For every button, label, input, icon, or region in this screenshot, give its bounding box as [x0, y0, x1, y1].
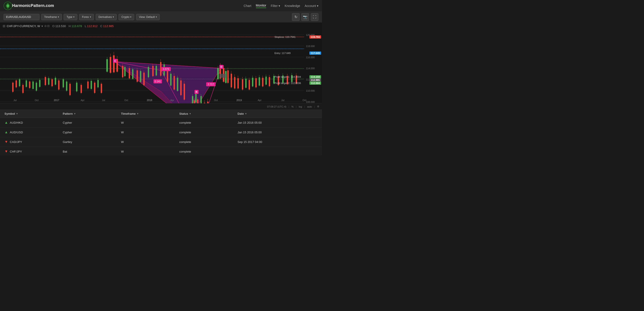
time-2018: 2018 — [147, 99, 152, 102]
header: HarmonicPattern.com Chart Monitor Filter… — [0, 0, 322, 12]
time-apr-2017: Apr — [81, 99, 84, 102]
col-pattern[interactable]: Pattern ▼ — [58, 112, 116, 116]
svg-rect-201 — [220, 74, 226, 78]
nav-account[interactable]: Account ▾ — [305, 4, 318, 8]
site-title: HarmonicPattern.com — [12, 3, 244, 8]
stoploss-annotation: Stoploss: 119.7941 119.794 — [273, 35, 322, 39]
time-axis: Jul Oct 2017 Apr Jul Oct 2018 Apr Jul Oc… — [0, 99, 304, 103]
pt2-annotation: Profit target 2: 112.0036 112.004 — [273, 81, 322, 85]
nav-filter[interactable]: Filter ▾ — [271, 4, 280, 8]
stoploss-badge: 119.794 — [310, 36, 321, 38]
cell-pattern-0: Cypher — [58, 121, 116, 124]
pt2-label: Profit target 2: 112.0036 — [274, 82, 301, 84]
nav-knowledge[interactable]: Knowledge — [284, 4, 300, 8]
cell-symbol-0: ▲ AUD/HKD — [0, 120, 58, 124]
cell-symbol-3: ▼ CHF/JPY — [0, 150, 58, 154]
cell-symbol-2: ▼ CAD/JPY — [0, 140, 58, 144]
svg-text:X: X — [114, 60, 116, 62]
symbol-input[interactable] — [4, 14, 40, 20]
col-date[interactable]: Date ▼ — [233, 112, 322, 116]
svg-text:0.879: 0.879 — [163, 68, 169, 70]
time-jul-2017: Jul — [102, 99, 105, 102]
forex-button[interactable]: Forex▾ — [79, 14, 94, 20]
fullscreen-button[interactable]: ⛶ — [311, 13, 318, 21]
svg-text:108.000: 108.000 — [306, 100, 315, 103]
close-badge: 112.985 — [310, 78, 321, 82]
cell-timeframe-3: W — [116, 150, 175, 153]
annotation-panel: Stoploss: 119.7941 119.794 Entry: 117.64… — [273, 35, 322, 85]
chart-time: 07:08:27 (UTC-4) — [267, 105, 286, 108]
pt1-badge: 114.159 — [310, 75, 321, 78]
col-status[interactable]: Status ▼ — [175, 112, 233, 116]
view-button[interactable]: View: Default▾ — [136, 14, 160, 20]
time-2019: 2019 — [236, 99, 242, 102]
svg-text:2.717: 2.717 — [208, 83, 214, 86]
svg-text:B: B — [196, 90, 198, 93]
cell-symbol-1: ▲ AUD/USD — [0, 130, 58, 134]
chart-symbol-text: CHF/JPY-CURRENCY, W — [7, 24, 40, 28]
cell-date-1: Jan 15 2016 05:00 — [233, 131, 322, 134]
time-apr-2019: Apr — [258, 99, 262, 102]
table-header: Symbol ▼ Pattern ▼ Timeframe ▼ Status ▼ … — [0, 110, 322, 118]
cell-status-1: complete — [175, 131, 233, 134]
time-oct-2018: Oct — [214, 99, 218, 102]
chart-area: 120.000 118.000 116.000 114.000 112.000 … — [0, 22, 322, 110]
camera-button[interactable]: 📷 — [302, 13, 309, 21]
col-timeframe[interactable]: Timeframe ▼ — [116, 112, 175, 116]
pt2-badge: 112.004 — [310, 82, 321, 85]
cell-status-2: complete — [175, 140, 233, 144]
direction-down-icon-3: ▼ — [4, 150, 8, 154]
entry-annotation: Entry: 117.649 117.649 — [273, 51, 322, 55]
table-row[interactable]: ▼ CAD/JPY Gartley W complete Sep 15 2017… — [0, 137, 322, 147]
entry-label: Entry: 117.649 — [274, 52, 291, 54]
svg-text:110.000: 110.000 — [306, 90, 315, 92]
nav-chart[interactable]: Chart — [244, 4, 251, 8]
cell-status-0: complete — [175, 121, 233, 124]
cell-date-0: Jan 15 2016 05:00 — [233, 121, 322, 124]
type-button[interactable]: Type▾ — [64, 14, 77, 20]
table-row[interactable]: ▲ AUD/USD Cypher W complete Jan 15 2016 … — [0, 128, 322, 137]
nav-monitor[interactable]: Monitor — [256, 4, 266, 8]
time-apr-2018: Apr — [170, 99, 174, 102]
sort-status-icon: ▼ — [189, 112, 191, 115]
cell-pattern-3: Bat — [58, 150, 116, 153]
chart-bottom-bar: 07:08:27 (UTC-4) | % | log | auto | ⚙ — [0, 103, 322, 110]
time-oct-2016: Oct — [35, 99, 38, 102]
cell-date-2: Sep 15 2017 04:00 — [233, 140, 322, 144]
table-row[interactable]: ▲ AUD/HKD Cypher W complete Jan 15 2016 … — [0, 118, 322, 128]
svg-text:0.141: 0.141 — [154, 80, 161, 83]
chart-settings-icon: ⚙ — [317, 105, 319, 108]
cell-timeframe-1: W — [116, 131, 175, 134]
cell-timeframe-2: W — [116, 140, 175, 144]
time-2017: 2017 — [54, 99, 59, 102]
refresh-button[interactable]: ↻ — [292, 13, 300, 21]
chart-auto: auto — [307, 105, 312, 108]
table-row[interactable]: ▼ CHF/JPY Bat W complete — [0, 147, 322, 156]
chart-percent: % — [292, 105, 294, 108]
sort-timeframe-icon: ▼ — [137, 112, 139, 115]
col-symbol[interactable]: Symbol ▼ — [0, 112, 58, 116]
crypto-button[interactable]: Crypto▾ — [118, 14, 134, 20]
sort-date-icon: ▼ — [245, 112, 247, 115]
chart-log: log — [299, 105, 302, 108]
sort-pattern-icon: ▼ — [74, 112, 76, 115]
derivatives-button[interactable]: Derivatives▾ — [96, 14, 117, 20]
chart-header: ⊟ CHF/JPY-CURRENCY, W ▾ ⊙ ⊡ O 113.530 H … — [3, 24, 114, 28]
direction-up-icon-1: ▲ — [4, 130, 8, 134]
ohlc-c: C 112.985 — [100, 24, 114, 28]
results-table: Symbol ▼ Pattern ▼ Timeframe ▼ Status ▼ … — [0, 110, 322, 156]
time-oct-2017: Oct — [124, 99, 128, 102]
pt1-label: Profit target 1: 114.1594 — [274, 76, 301, 78]
ohlc-display: O 113.530 H 113.678 L 112.912 C 112.985 — [52, 24, 114, 28]
timeframe-button[interactable]: Timeframe▾ — [41, 14, 62, 20]
time-jul-2019: Jul — [281, 99, 284, 102]
svg-point-1 — [7, 5, 9, 7]
entry-badge: 117.649 — [310, 52, 321, 55]
time-jul-2016: Jul — [14, 99, 16, 102]
ohlc-o: O 113.530 — [52, 24, 66, 28]
nav: Chart Monitor Filter ▾ Knowledge Account… — [244, 4, 318, 8]
direction-down-icon-2: ▼ — [4, 140, 8, 144]
cell-timeframe-0: W — [116, 121, 175, 124]
cell-pattern-1: Cypher — [58, 131, 116, 134]
direction-up-icon-0: ▲ — [4, 120, 8, 124]
